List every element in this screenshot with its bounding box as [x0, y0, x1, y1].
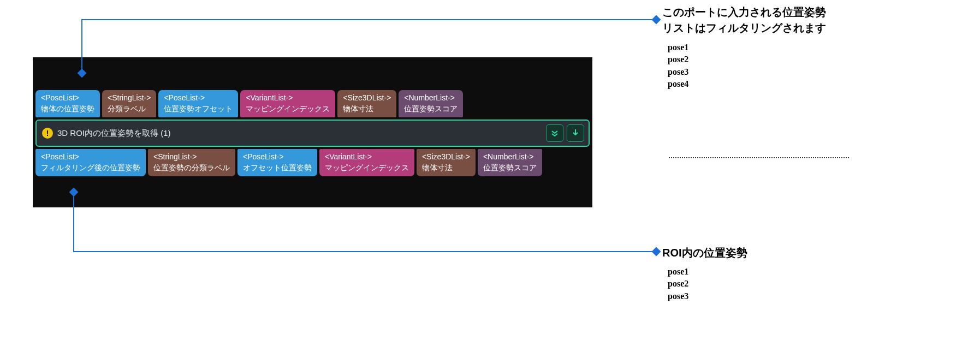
list-item: pose1: [668, 266, 973, 278]
expand-all-button[interactable]: [546, 124, 563, 142]
port-in-size3d[interactable]: <Size3DList->物体寸法: [337, 90, 396, 117]
list-item: pose2: [668, 278, 973, 290]
annotation-output: ROI内の位置姿勢 pose1 pose2 pose3: [662, 246, 973, 302]
port-in-poselist[interactable]: <PoseList>物体の位置姿勢: [35, 90, 100, 117]
port-out-numberlist[interactable]: <NumberList->位置姿勢スコア: [478, 149, 542, 176]
list-item: pose2: [668, 53, 973, 65]
annotation-output-poses: pose1 pose2 pose3: [668, 266, 973, 302]
list-item: pose3: [668, 290, 973, 302]
annotation-output-title: ROI内の位置姿勢: [662, 246, 973, 260]
input-ports-row: <PoseList>物体の位置姿勢 <StringList->分類ラベル <Po…: [33, 57, 592, 117]
node-title-bar[interactable]: ! 3D ROI内の位置姿勢を取得 (1): [35, 120, 590, 147]
port-in-poseoffset[interactable]: <PoseList->位置姿勢オフセット: [158, 90, 238, 117]
list-item: pose3: [668, 66, 973, 78]
port-out-variantlist[interactable]: <VariantList->マッピングインデックス: [319, 149, 414, 176]
list-item: pose1: [668, 41, 973, 53]
list-item: pose4: [668, 78, 973, 90]
output-ports-row: <PoseList>フィルタリング後の位置姿勢 <StringList->位置姿…: [33, 149, 592, 176]
annotation-input-title: このポートに入力される位置姿勢 リストはフィルタリングされます: [662, 4, 973, 36]
port-in-stringlist[interactable]: <StringList->分類ラベル: [102, 90, 156, 117]
port-out-filtered[interactable]: <PoseList>フィルタリング後の位置姿勢: [35, 149, 146, 176]
port-out-stringlist[interactable]: <StringList->位置姿勢の分類ラベル: [148, 149, 235, 176]
port-out-size3d[interactable]: <Size3DList->物体寸法: [417, 149, 476, 176]
annotation-input-poses: pose1 pose2 pose3 pose4: [668, 41, 973, 91]
execute-button[interactable]: [567, 124, 584, 142]
diamond-icon: [652, 15, 661, 25]
port-in-variantlist[interactable]: <VariantList->マッピングインデックス: [240, 90, 335, 117]
annotation-input: このポートに入力される位置姿勢 リストはフィルタリングされます pose1 po…: [662, 4, 973, 91]
separator-line: [669, 157, 849, 158]
port-out-poseoffset[interactable]: <PoseList->オフセット位置姿勢: [237, 149, 317, 176]
diamond-icon: [652, 247, 661, 256]
port-in-numberlist[interactable]: <NumberList->位置姿勢スコア: [399, 90, 463, 117]
node-panel: <PoseList>物体の位置姿勢 <StringList->分類ラベル <Po…: [33, 57, 592, 207]
node-title: 3D ROI内の位置姿勢を取得 (1): [57, 128, 171, 139]
warning-icon: !: [42, 128, 53, 139]
